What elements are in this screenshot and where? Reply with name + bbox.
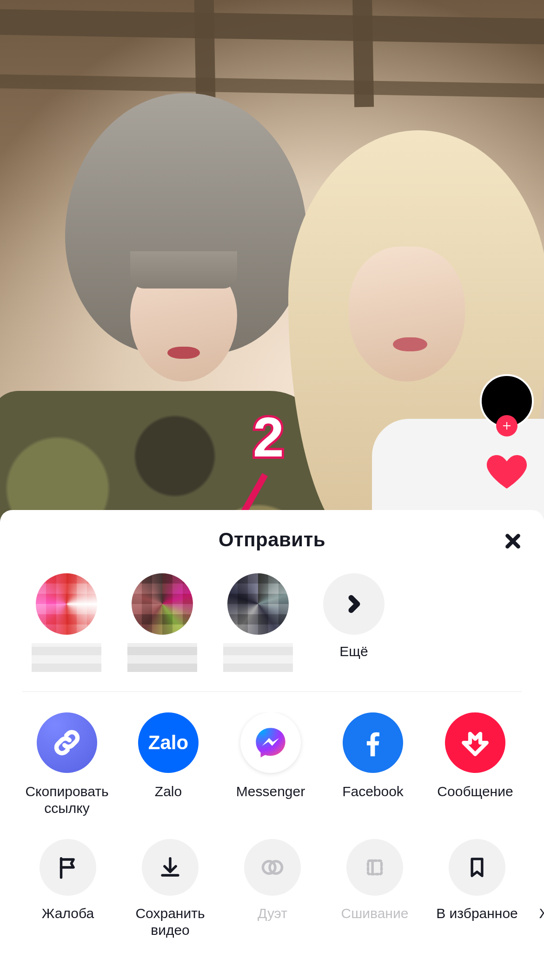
plus-icon xyxy=(501,420,512,431)
close-button[interactable] xyxy=(501,530,524,553)
share-copy-link-label: Скопировать ссылку xyxy=(22,783,112,817)
action-favorite[interactable]: В избранное xyxy=(431,839,523,939)
contact-3-name-redacted xyxy=(223,643,293,672)
share-sheet: Отправить Ещё xyxy=(0,510,544,980)
share-copy-link[interactable]: Скопировать ссылку xyxy=(22,712,112,817)
link-icon xyxy=(37,712,97,773)
divider xyxy=(22,691,522,692)
download-icon xyxy=(142,839,199,896)
share-message-label: Сообщение xyxy=(437,783,513,800)
action-stitch-label: Сшивание xyxy=(341,905,409,922)
action-report-label: Жалоба xyxy=(42,905,94,922)
heart-icon xyxy=(484,450,529,494)
contact-1[interactable] xyxy=(22,573,111,672)
contact-3[interactable] xyxy=(214,573,302,672)
like-button[interactable] xyxy=(482,447,532,497)
messenger-icon xyxy=(240,712,301,773)
actions-row[interactable]: Жалоба Сохранить видео Дуэт Сшивание xyxy=(0,839,544,939)
stitch-icon xyxy=(346,839,403,896)
share-zalo-label: Zalo xyxy=(155,783,182,800)
annotation-step-number: 2 xyxy=(253,405,284,469)
action-duet-label: Дуэт xyxy=(258,905,287,922)
zalo-icon: Zalo xyxy=(138,712,199,773)
action-live-photo-label: Живое фото xyxy=(539,905,544,922)
flag-icon xyxy=(40,839,96,896)
contact-2[interactable] xyxy=(118,573,206,672)
share-messenger-label: Messenger xyxy=(236,783,305,800)
close-icon xyxy=(504,532,522,550)
send-icon xyxy=(445,712,505,773)
action-save-video-label: Сохранить видео xyxy=(125,905,216,939)
share-message[interactable]: Сообщение xyxy=(430,712,521,817)
author-avatar[interactable] xyxy=(480,374,534,428)
share-facebook-label: Facebook xyxy=(342,783,404,800)
facebook-icon xyxy=(343,712,403,773)
share-messenger[interactable]: Messenger xyxy=(225,712,316,817)
action-report[interactable]: Жалоба xyxy=(22,839,113,939)
tiktok-share-screen: { "annotation": { "step_number": "2" }, … xyxy=(0,0,544,980)
duet-icon xyxy=(244,839,301,896)
contact-1-name-redacted xyxy=(32,643,101,672)
more-label: Ещё xyxy=(339,643,368,660)
share-facebook[interactable]: Facebook xyxy=(327,712,418,817)
more-contacts-button[interactable] xyxy=(323,573,385,635)
share-sms[interactable]: SMS xyxy=(532,712,544,817)
video-action-rail xyxy=(480,374,534,497)
contact-2-name-redacted xyxy=(127,643,197,672)
share-targets-row[interactable]: Скопировать ссылку Zalo Zalo Messenger F… xyxy=(0,712,544,817)
bookmark-icon xyxy=(449,839,505,896)
contacts-row[interactable]: Ещё xyxy=(0,573,544,672)
action-favorite-label: В избранное xyxy=(436,905,518,922)
action-stitch: Сшивание xyxy=(329,839,420,939)
share-zalo[interactable]: Zalo Zalo xyxy=(123,712,214,817)
svg-rect-3 xyxy=(368,861,382,874)
action-save-video[interactable]: Сохранить видео xyxy=(125,839,216,939)
action-live-photo[interactable]: Живое фото xyxy=(534,839,544,939)
action-duet: Дуэт xyxy=(227,839,318,939)
sheet-title: Отправить xyxy=(0,529,544,551)
contacts-more[interactable]: Ещё xyxy=(310,573,398,660)
chevron-right-icon xyxy=(343,593,365,615)
follow-button[interactable] xyxy=(496,415,517,436)
